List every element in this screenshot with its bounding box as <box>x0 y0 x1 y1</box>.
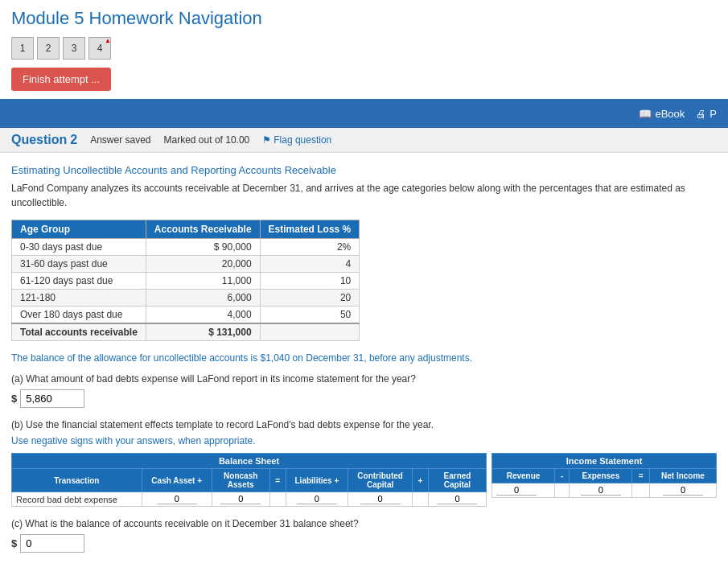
col-plus: + <box>413 469 429 492</box>
col-contributed: ContributedCapital <box>348 469 413 492</box>
financial-statement-container: Balance Sheet Transaction Cash Asset + N… <box>11 453 717 507</box>
question-title: Estimating Uncollectible Accounts and Re… <box>11 164 717 176</box>
col-liabilities: Liabilities + <box>286 469 348 492</box>
col-expenses: Expenses <box>570 469 632 483</box>
flag-question-link[interactable]: ⚑ Flag question <box>262 134 331 146</box>
balance-sheet-table: Balance Sheet Transaction Cash Asset + N… <box>11 453 487 507</box>
balance-sheet-section: Balance Sheet Transaction Cash Asset + N… <box>11 453 487 507</box>
ebook-icon: 📖 <box>639 108 652 120</box>
income-statement-table: Income Statement Revenue - Expenses = Ne… <box>492 453 717 498</box>
nav-btn-4[interactable]: 4 <box>88 37 111 60</box>
col-transaction: Transaction <box>12 469 142 492</box>
blue-bar: 📖 eBook 🖨 P <box>0 99 728 128</box>
col-eq-is: = <box>632 469 650 483</box>
income-statement-title: Income Statement <box>492 454 717 469</box>
top-nav: Module 5 Homework Navigation 1 2 3 4 Fin… <box>0 0 728 99</box>
question-nav: 1 2 3 4 <box>11 37 717 60</box>
part-a-input-row: $ <box>11 389 717 408</box>
part-c-label: (c) What is the balance of accounts rece… <box>11 518 717 529</box>
is-expenses-input[interactable] <box>581 485 621 496</box>
bs-earned-input[interactable] <box>437 494 477 504</box>
is-net-income-input[interactable] <box>663 485 703 496</box>
ebook-link[interactable]: 📖 eBook <box>639 108 685 120</box>
bs-contributed-input[interactable] <box>360 494 401 504</box>
question-meta: Question 2 Answer saved Marked out of 10… <box>0 128 728 153</box>
balance-sheet-title: Balance Sheet <box>12 454 487 469</box>
table-row: 31-60 days past due 20,000 4 <box>12 256 360 273</box>
table-total-row: Total accounts receivable $ 131,000 <box>12 323 360 341</box>
bs-data-row: Record bad debt expense <box>12 492 487 507</box>
col-receivable: Accounts Receivable <box>146 220 260 239</box>
age-table: Age Group Accounts Receivable Estimated … <box>11 220 360 341</box>
col-earned: EarnedCapital <box>428 469 486 492</box>
col-loss: Estimated Loss % <box>260 220 360 239</box>
col-cash: Cash Asset + <box>142 469 212 492</box>
marked-out: Marked out of 10.00 <box>164 134 250 146</box>
is-data-row <box>492 483 717 498</box>
use-negative-label: Use negative signs with your answers, wh… <box>11 435 717 446</box>
print-icon: 🖨 <box>696 108 706 120</box>
bs-cash-input[interactable] <box>157 494 197 504</box>
part-c-input[interactable] <box>20 534 84 553</box>
is-revenue-input[interactable] <box>496 485 537 496</box>
part-c-prefix: $ <box>11 537 17 549</box>
nav-btn-1[interactable]: 1 <box>11 37 34 60</box>
page-title: Module 5 Homework Navigation <box>11 8 717 29</box>
print-link[interactable]: 🖨 P <box>696 108 717 120</box>
table-row: 0-30 days past due $ 90,000 2% <box>12 239 360 256</box>
col-minus: - <box>555 469 570 483</box>
col-age-group: Age Group <box>12 220 146 239</box>
question-number: Question 2 <box>11 133 77 147</box>
balance-text: The balance of the allowance for uncolle… <box>11 352 717 364</box>
question-description: LaFond Company analyzes its accounts rec… <box>11 181 717 210</box>
nav-btn-3[interactable]: 3 <box>63 37 85 60</box>
bs-liabilities-input[interactable] <box>297 494 337 504</box>
bs-noncash-input[interactable] <box>220 494 261 504</box>
table-row: 121-180 6,000 20 <box>12 290 360 306</box>
table-row: 61-120 days past due 11,000 10 <box>12 273 360 290</box>
bs-row-label: Record bad debt expense <box>12 492 142 507</box>
income-statement-section: Income Statement Revenue - Expenses = Ne… <box>492 453 717 507</box>
col-net-income: Net Income <box>649 469 716 483</box>
table-row: Over 180 days past due 4,000 50 <box>12 306 360 324</box>
col-revenue: Revenue <box>492 469 555 483</box>
nav-btn-2[interactable]: 2 <box>37 37 60 60</box>
answer-saved: Answer saved <box>90 134 150 146</box>
question-body: Estimating Uncollectible Accounts and Re… <box>0 153 728 575</box>
part-b-label: (b) Use the financial statement effects … <box>11 419 717 430</box>
col-noncash: NoncashAssets <box>212 469 269 492</box>
flag-icon: ⚑ <box>262 134 271 146</box>
finish-attempt-button[interactable]: Finish attempt ... <box>11 68 111 91</box>
col-eq1: = <box>269 469 286 492</box>
part-a-label: (a) What amount of bad debts expense wil… <box>11 373 717 385</box>
part-c-input-row: $ <box>11 534 717 553</box>
part-a-prefix: $ <box>11 393 17 405</box>
part-a-input[interactable] <box>20 389 84 408</box>
